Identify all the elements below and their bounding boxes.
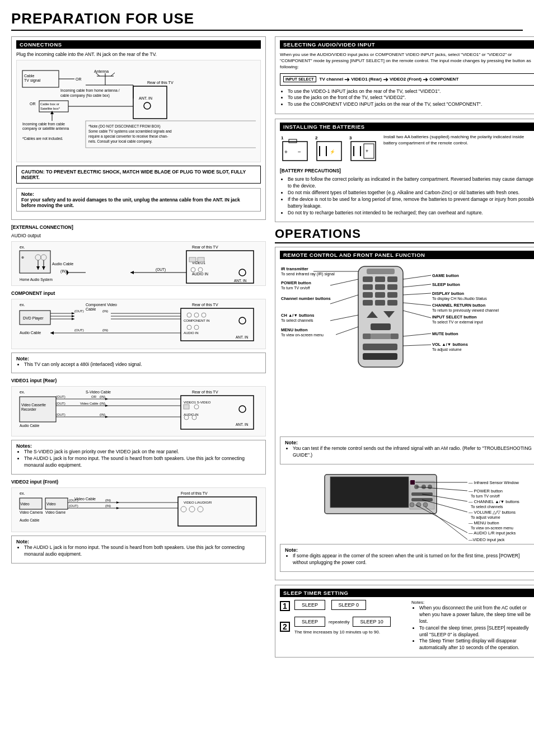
svg-text:Audio Cable: Audio Cable bbox=[52, 262, 73, 266]
svg-text:DISPLAY button: DISPLAY button bbox=[432, 291, 465, 296]
svg-rect-188 bbox=[363, 344, 397, 350]
svg-text:ANT. IN: ANT. IN bbox=[236, 422, 249, 426]
svg-marker-139 bbox=[116, 501, 119, 504]
sleep-label-2: SLEEP bbox=[302, 619, 318, 624]
battery-precautions: Be sure to follow the correct polarity a… bbox=[288, 176, 534, 216]
svg-text:AUDIO IN: AUDIO IN bbox=[184, 413, 199, 416]
svg-rect-172 bbox=[387, 276, 397, 282]
batteries-section: INSTALLING THE BATTERIES 1 + − 2 bbox=[275, 119, 534, 222]
bullet-3: To use the COMPONENT VIDEO INPUT jacks o… bbox=[288, 101, 534, 108]
svg-text:MUTE button: MUTE button bbox=[432, 331, 458, 336]
arrow-3: ➜ bbox=[423, 76, 428, 83]
svg-rect-178 bbox=[387, 292, 397, 298]
svg-text:VOL ▲/▼ buttons: VOL ▲/▼ buttons bbox=[432, 342, 468, 347]
svg-text:(OUT): (OUT) bbox=[69, 504, 78, 508]
bullet-1: To use the VIDEO-1 INPUT jacks on the re… bbox=[288, 88, 534, 95]
video1-notes: Notes: The S-VIDEO jack is given priorit… bbox=[11, 440, 266, 475]
svg-text:Audio Cable: Audio Cable bbox=[20, 331, 41, 335]
svg-text:Video Game: Video Game bbox=[45, 510, 65, 514]
svg-rect-117 bbox=[184, 405, 189, 409]
component-note: Note: This TV can only accept a 480i (in… bbox=[11, 353, 266, 374]
video1-notes-title: Notes: bbox=[16, 443, 32, 449]
svg-text:(OUT): (OUT) bbox=[56, 402, 65, 405]
sleep-repeatedly: repeatedly bbox=[329, 619, 349, 624]
svg-text:To adjust volume: To adjust volume bbox=[471, 515, 500, 520]
svg-point-84 bbox=[187, 325, 191, 330]
svg-point-149 bbox=[198, 506, 203, 512]
svg-text:(OUT): (OUT) bbox=[56, 413, 65, 416]
svg-marker-58 bbox=[130, 271, 134, 274]
remote-note-title: Note: bbox=[285, 440, 298, 445]
selecting-audio-header: SELECTING AUDIO/VIDEO INPUT bbox=[280, 40, 534, 49]
svg-text:GAME button: GAME button bbox=[432, 273, 459, 278]
batteries-layout: 1 + − 2 ⚡ bbox=[280, 134, 534, 165]
audio-output-label: AUDIO output bbox=[11, 233, 266, 240]
svg-text:To select channels: To select channels bbox=[281, 318, 313, 322]
svg-text:ex.: ex. bbox=[20, 390, 25, 394]
svg-line-249 bbox=[425, 507, 467, 539]
svg-text:Video Cassette: Video Cassette bbox=[21, 403, 46, 407]
svg-text:2: 2 bbox=[315, 135, 318, 140]
sleep-button-2: SLEEP bbox=[294, 617, 325, 627]
svg-line-219 bbox=[403, 345, 431, 346]
svg-text:MENU button: MENU button bbox=[281, 327, 308, 332]
svg-rect-154 bbox=[289, 139, 297, 143]
svg-text:cable company (No cable box): cable company (No cable box) bbox=[60, 93, 110, 98]
video2-header: VIDEO2 input (Front) bbox=[11, 479, 266, 486]
svg-rect-174 bbox=[375, 284, 385, 290]
sleep-note-2: To cancel the sleep timer, press [SLEEP]… bbox=[419, 625, 534, 638]
svg-text:(OUT): (OUT) bbox=[156, 267, 166, 272]
video1-svg: ex. S-Video Cable Rear of this TV Video … bbox=[18, 387, 259, 436]
svg-text:AUDIO IN: AUDIO IN bbox=[184, 331, 199, 335]
svg-text:OR: OR bbox=[30, 102, 36, 106]
svg-rect-176 bbox=[363, 292, 373, 298]
svg-rect-52 bbox=[198, 257, 204, 262]
external-connection-header: [EXTERNAL CONNECTION] bbox=[11, 224, 266, 231]
svg-text:+: + bbox=[284, 149, 288, 155]
svg-point-54 bbox=[191, 267, 195, 272]
svg-text:— VOLUME △/▽ buttons: — VOLUME △/▽ buttons bbox=[469, 510, 516, 515]
sleep-button-1: SLEEP bbox=[294, 600, 325, 610]
svg-text:⚡: ⚡ bbox=[330, 149, 335, 154]
sleep-timer-layout: 1 SLEEP SLEEP 0 2 bbox=[280, 600, 534, 654]
video2-svg: ex. Front of this TV Video Video Video C… bbox=[18, 488, 259, 532]
svg-point-59 bbox=[239, 269, 246, 276]
svg-text:To adjust volume: To adjust volume bbox=[432, 348, 462, 352]
battery-step3: 3 + bbox=[348, 134, 379, 165]
svg-rect-163 bbox=[351, 142, 376, 161]
svg-text:To display CH No./Audio Status: To display CH No./Audio Status bbox=[432, 297, 487, 301]
svg-text:Video Camera: Video Camera bbox=[20, 510, 43, 514]
svg-line-247 bbox=[415, 505, 467, 533]
svg-text:CHANNEL RETURN button: CHANNEL RETURN button bbox=[432, 303, 486, 308]
arrow-2: ➜ bbox=[383, 76, 388, 83]
svg-text:Rear of this TV: Rear of this TV bbox=[147, 81, 174, 84]
arrow-1: ➜ bbox=[344, 76, 350, 83]
svg-text:ex.: ex. bbox=[20, 245, 25, 249]
component-diagram: ex. Component Video Cable Rear of this T… bbox=[11, 299, 266, 349]
svg-text:— POWER button: — POWER button bbox=[469, 489, 503, 494]
connections-diagram: Cable TV signal OR Antenna Incoming cabl… bbox=[16, 60, 261, 162]
batteries-header: INSTALLING THE BATTERIES bbox=[280, 123, 534, 131]
svg-text:ANT. IN: ANT. IN bbox=[139, 96, 152, 100]
svg-text:Satellite box*: Satellite box* bbox=[40, 107, 60, 110]
svg-marker-73 bbox=[72, 318, 74, 320]
video1-header: VIDEO1 input (Rear) bbox=[11, 378, 266, 384]
svg-text:To send infrared ray (IR) sign: To send infrared ray (IR) signal bbox=[281, 272, 335, 276]
selecting-audio-section: SELECTING AUDIO/VIDEO INPUT When you use… bbox=[275, 36, 534, 114]
svg-text:(IN): (IN) bbox=[102, 309, 108, 313]
svg-text:(IN): (IN) bbox=[60, 269, 67, 274]
svg-point-85 bbox=[194, 325, 199, 330]
sleep-label-1: SLEEP bbox=[302, 602, 318, 608]
svg-text:Home Audio System: Home Audio System bbox=[20, 278, 53, 282]
sleep-display-text-2: SLEEP 10 bbox=[360, 619, 383, 624]
step1-number: 1 bbox=[280, 601, 290, 611]
svg-text:nels. Consult your local cable: nels. Consult your local cable company. bbox=[88, 139, 152, 144]
svg-marker-46 bbox=[67, 270, 69, 275]
svg-rect-179 bbox=[363, 300, 373, 306]
svg-rect-158 bbox=[317, 142, 341, 161]
remote-control-svg: IR transmitter To send infrared ray (IR)… bbox=[280, 262, 534, 435]
sleep-timer-steps: 1 SLEEP SLEEP 0 2 bbox=[280, 600, 406, 654]
svg-text:VIDEO  L/AUDIO/R: VIDEO L/AUDIO/R bbox=[184, 501, 212, 504]
sleep-timer-header: SLEEP TIMER SETTING bbox=[280, 589, 534, 597]
bullet-2: To use the jacks on the front of the TV,… bbox=[288, 95, 534, 101]
